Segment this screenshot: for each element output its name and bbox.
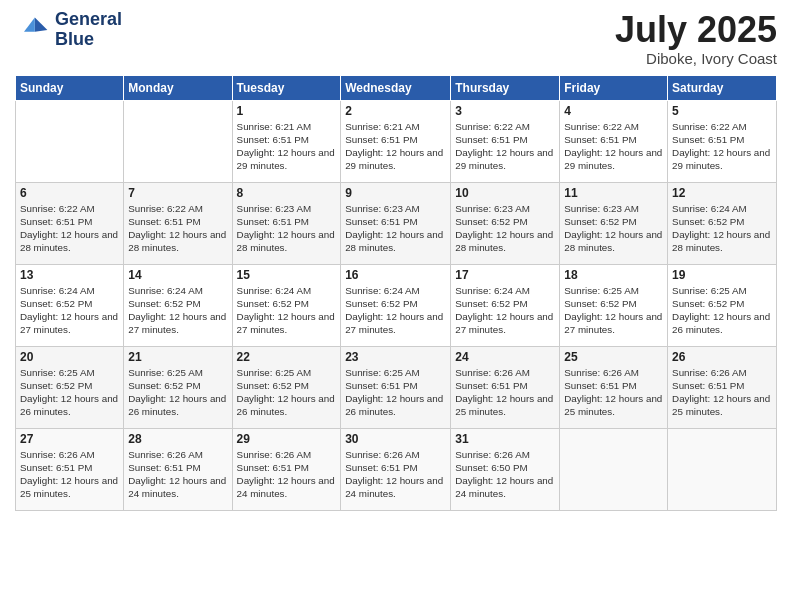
- day-number: 26: [672, 350, 772, 364]
- day-number: 23: [345, 350, 446, 364]
- title-block: July 2025 Diboke, Ivory Coast: [615, 10, 777, 67]
- day-info: Sunrise: 6:24 AM Sunset: 6:52 PM Dayligh…: [345, 284, 446, 337]
- calendar-day-cell: [16, 100, 124, 182]
- day-info: Sunrise: 6:22 AM Sunset: 6:51 PM Dayligh…: [20, 202, 119, 255]
- logo-icon: [15, 12, 51, 48]
- day-info: Sunrise: 6:26 AM Sunset: 6:51 PM Dayligh…: [128, 448, 227, 501]
- calendar-day-cell: 29Sunrise: 6:26 AM Sunset: 6:51 PM Dayli…: [232, 428, 341, 510]
- day-number: 18: [564, 268, 663, 282]
- calendar-day-cell: 8Sunrise: 6:23 AM Sunset: 6:51 PM Daylig…: [232, 182, 341, 264]
- day-info: Sunrise: 6:25 AM Sunset: 6:52 PM Dayligh…: [20, 366, 119, 419]
- month-title: July 2025: [615, 10, 777, 50]
- calendar-week-row: 13Sunrise: 6:24 AM Sunset: 6:52 PM Dayli…: [16, 264, 777, 346]
- calendar-day-cell: 18Sunrise: 6:25 AM Sunset: 6:52 PM Dayli…: [560, 264, 668, 346]
- calendar-day-cell: 4Sunrise: 6:22 AM Sunset: 6:51 PM Daylig…: [560, 100, 668, 182]
- day-of-week-header: Tuesday: [232, 75, 341, 100]
- day-info: Sunrise: 6:24 AM Sunset: 6:52 PM Dayligh…: [237, 284, 337, 337]
- day-info: Sunrise: 6:25 AM Sunset: 6:52 PM Dayligh…: [128, 366, 227, 419]
- calendar-day-cell: 13Sunrise: 6:24 AM Sunset: 6:52 PM Dayli…: [16, 264, 124, 346]
- day-info: Sunrise: 6:26 AM Sunset: 6:51 PM Dayligh…: [672, 366, 772, 419]
- calendar-day-cell: 22Sunrise: 6:25 AM Sunset: 6:52 PM Dayli…: [232, 346, 341, 428]
- calendar-day-cell: 2Sunrise: 6:21 AM Sunset: 6:51 PM Daylig…: [341, 100, 451, 182]
- day-number: 14: [128, 268, 227, 282]
- calendar-week-row: 6Sunrise: 6:22 AM Sunset: 6:51 PM Daylig…: [16, 182, 777, 264]
- calendar-day-cell: 12Sunrise: 6:24 AM Sunset: 6:52 PM Dayli…: [668, 182, 777, 264]
- logo-line1: General: [55, 10, 122, 30]
- calendar-day-cell: 28Sunrise: 6:26 AM Sunset: 6:51 PM Dayli…: [124, 428, 232, 510]
- calendar-day-cell: 9Sunrise: 6:23 AM Sunset: 6:51 PM Daylig…: [341, 182, 451, 264]
- logo-text: General Blue: [55, 10, 122, 50]
- day-info: Sunrise: 6:26 AM Sunset: 6:51 PM Dayligh…: [455, 366, 555, 419]
- day-number: 6: [20, 186, 119, 200]
- calendar-day-cell: 21Sunrise: 6:25 AM Sunset: 6:52 PM Dayli…: [124, 346, 232, 428]
- day-of-week-header: Sunday: [16, 75, 124, 100]
- day-info: Sunrise: 6:24 AM Sunset: 6:52 PM Dayligh…: [20, 284, 119, 337]
- day-of-week-header: Thursday: [451, 75, 560, 100]
- day-info: Sunrise: 6:22 AM Sunset: 6:51 PM Dayligh…: [672, 120, 772, 173]
- day-number: 10: [455, 186, 555, 200]
- day-number: 22: [237, 350, 337, 364]
- calendar: SundayMondayTuesdayWednesdayThursdayFrid…: [15, 75, 777, 511]
- calendar-day-cell: 5Sunrise: 6:22 AM Sunset: 6:51 PM Daylig…: [668, 100, 777, 182]
- calendar-day-cell: 30Sunrise: 6:26 AM Sunset: 6:51 PM Dayli…: [341, 428, 451, 510]
- day-info: Sunrise: 6:23 AM Sunset: 6:52 PM Dayligh…: [455, 202, 555, 255]
- day-info: Sunrise: 6:24 AM Sunset: 6:52 PM Dayligh…: [672, 202, 772, 255]
- calendar-day-cell: 11Sunrise: 6:23 AM Sunset: 6:52 PM Dayli…: [560, 182, 668, 264]
- svg-marker-1: [24, 17, 35, 31]
- day-info: Sunrise: 6:25 AM Sunset: 6:52 PM Dayligh…: [564, 284, 663, 337]
- logo: General Blue: [15, 10, 122, 50]
- calendar-day-cell: 14Sunrise: 6:24 AM Sunset: 6:52 PM Dayli…: [124, 264, 232, 346]
- logo-line2: Blue: [55, 30, 122, 50]
- day-number: 4: [564, 104, 663, 118]
- calendar-day-cell: 10Sunrise: 6:23 AM Sunset: 6:52 PM Dayli…: [451, 182, 560, 264]
- calendar-day-cell: 26Sunrise: 6:26 AM Sunset: 6:51 PM Dayli…: [668, 346, 777, 428]
- day-number: 27: [20, 432, 119, 446]
- svg-marker-0: [35, 17, 48, 31]
- day-number: 7: [128, 186, 227, 200]
- calendar-day-cell: 25Sunrise: 6:26 AM Sunset: 6:51 PM Dayli…: [560, 346, 668, 428]
- day-info: Sunrise: 6:26 AM Sunset: 6:51 PM Dayligh…: [237, 448, 337, 501]
- day-of-week-header: Saturday: [668, 75, 777, 100]
- day-of-week-header: Monday: [124, 75, 232, 100]
- day-info: Sunrise: 6:22 AM Sunset: 6:51 PM Dayligh…: [128, 202, 227, 255]
- day-info: Sunrise: 6:22 AM Sunset: 6:51 PM Dayligh…: [455, 120, 555, 173]
- calendar-day-cell: [124, 100, 232, 182]
- calendar-day-cell: 17Sunrise: 6:24 AM Sunset: 6:52 PM Dayli…: [451, 264, 560, 346]
- day-number: 19: [672, 268, 772, 282]
- calendar-day-cell: [668, 428, 777, 510]
- day-number: 12: [672, 186, 772, 200]
- location-subtitle: Diboke, Ivory Coast: [615, 50, 777, 67]
- calendar-day-cell: 6Sunrise: 6:22 AM Sunset: 6:51 PM Daylig…: [16, 182, 124, 264]
- day-info: Sunrise: 6:24 AM Sunset: 6:52 PM Dayligh…: [455, 284, 555, 337]
- day-info: Sunrise: 6:25 AM Sunset: 6:52 PM Dayligh…: [237, 366, 337, 419]
- day-number: 15: [237, 268, 337, 282]
- calendar-day-cell: 27Sunrise: 6:26 AM Sunset: 6:51 PM Dayli…: [16, 428, 124, 510]
- day-number: 16: [345, 268, 446, 282]
- day-info: Sunrise: 6:25 AM Sunset: 6:51 PM Dayligh…: [345, 366, 446, 419]
- calendar-day-cell: 31Sunrise: 6:26 AM Sunset: 6:50 PM Dayli…: [451, 428, 560, 510]
- day-number: 3: [455, 104, 555, 118]
- calendar-day-cell: 3Sunrise: 6:22 AM Sunset: 6:51 PM Daylig…: [451, 100, 560, 182]
- day-of-week-header: Friday: [560, 75, 668, 100]
- day-of-week-header: Wednesday: [341, 75, 451, 100]
- calendar-day-cell: 16Sunrise: 6:24 AM Sunset: 6:52 PM Dayli…: [341, 264, 451, 346]
- day-number: 24: [455, 350, 555, 364]
- day-number: 11: [564, 186, 663, 200]
- day-info: Sunrise: 6:24 AM Sunset: 6:52 PM Dayligh…: [128, 284, 227, 337]
- calendar-day-cell: 1Sunrise: 6:21 AM Sunset: 6:51 PM Daylig…: [232, 100, 341, 182]
- header: General Blue July 2025 Diboke, Ivory Coa…: [15, 10, 777, 67]
- calendar-day-cell: 7Sunrise: 6:22 AM Sunset: 6:51 PM Daylig…: [124, 182, 232, 264]
- day-info: Sunrise: 6:23 AM Sunset: 6:51 PM Dayligh…: [237, 202, 337, 255]
- day-number: 1: [237, 104, 337, 118]
- day-info: Sunrise: 6:21 AM Sunset: 6:51 PM Dayligh…: [237, 120, 337, 173]
- calendar-week-row: 1Sunrise: 6:21 AM Sunset: 6:51 PM Daylig…: [16, 100, 777, 182]
- calendar-day-cell: 23Sunrise: 6:25 AM Sunset: 6:51 PM Dayli…: [341, 346, 451, 428]
- day-info: Sunrise: 6:26 AM Sunset: 6:50 PM Dayligh…: [455, 448, 555, 501]
- day-info: Sunrise: 6:21 AM Sunset: 6:51 PM Dayligh…: [345, 120, 446, 173]
- day-number: 17: [455, 268, 555, 282]
- day-number: 29: [237, 432, 337, 446]
- day-number: 2: [345, 104, 446, 118]
- day-number: 5: [672, 104, 772, 118]
- calendar-day-cell: 19Sunrise: 6:25 AM Sunset: 6:52 PM Dayli…: [668, 264, 777, 346]
- day-info: Sunrise: 6:26 AM Sunset: 6:51 PM Dayligh…: [345, 448, 446, 501]
